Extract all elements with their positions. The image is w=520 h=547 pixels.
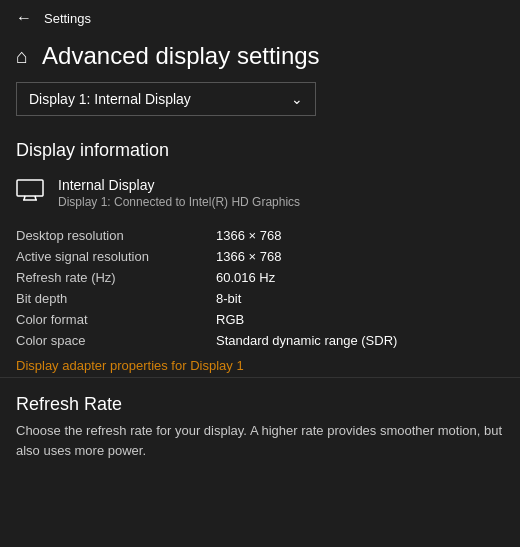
display-info-block: Internal Display Display 1: Connected to… (0, 173, 520, 217)
display-selector-label: Display 1: Internal Display (29, 91, 191, 107)
info-label: Color space (16, 333, 216, 348)
page-title: Advanced display settings (42, 42, 320, 70)
refresh-rate-description: Choose the refresh rate for your display… (16, 421, 504, 460)
page-header: ⌂ Advanced display settings (0, 36, 520, 82)
display-info-table: Desktop resolution1366 × 768Active signa… (16, 225, 504, 351)
back-button[interactable]: ← (16, 10, 32, 26)
info-value: RGB (216, 312, 244, 327)
info-value: 1366 × 768 (216, 249, 281, 264)
topbar-title: Settings (44, 11, 91, 26)
info-label: Active signal resolution (16, 249, 216, 264)
table-row: Refresh rate (Hz)60.016 Hz (16, 267, 504, 288)
chevron-down-icon: ⌄ (291, 91, 303, 107)
table-row: Bit depth8-bit (16, 288, 504, 309)
display-info-text: Internal Display Display 1: Connected to… (58, 177, 300, 209)
table-row: Color spaceStandard dynamic range (SDR) (16, 330, 504, 351)
table-row: Color formatRGB (16, 309, 504, 330)
info-label: Desktop resolution (16, 228, 216, 243)
section-divider (0, 377, 520, 378)
display-info-section-title: Display information (0, 132, 520, 173)
info-value: 1366 × 768 (216, 228, 281, 243)
home-icon: ⌂ (16, 45, 28, 68)
info-label: Refresh rate (Hz) (16, 270, 216, 285)
info-label: Color format (16, 312, 216, 327)
info-value: Standard dynamic range (SDR) (216, 333, 397, 348)
info-label: Bit depth (16, 291, 216, 306)
info-value: 60.016 Hz (216, 270, 275, 285)
refresh-rate-title: Refresh Rate (16, 394, 504, 415)
table-row: Desktop resolution1366 × 768 (16, 225, 504, 246)
monitor-icon (16, 179, 44, 207)
adapter-properties-link[interactable]: Display adapter properties for Display 1 (16, 358, 244, 373)
info-value: 8-bit (216, 291, 241, 306)
refresh-rate-section: Refresh Rate Choose the refresh rate for… (0, 382, 520, 466)
svg-rect-0 (17, 180, 43, 196)
display-name: Internal Display (58, 177, 300, 193)
display-selector-dropdown[interactable]: Display 1: Internal Display ⌄ (16, 82, 316, 116)
display-sub: Display 1: Connected to Intel(R) HD Grap… (58, 195, 300, 209)
table-row: Active signal resolution1366 × 768 (16, 246, 504, 267)
top-bar: ← Settings (0, 0, 520, 36)
